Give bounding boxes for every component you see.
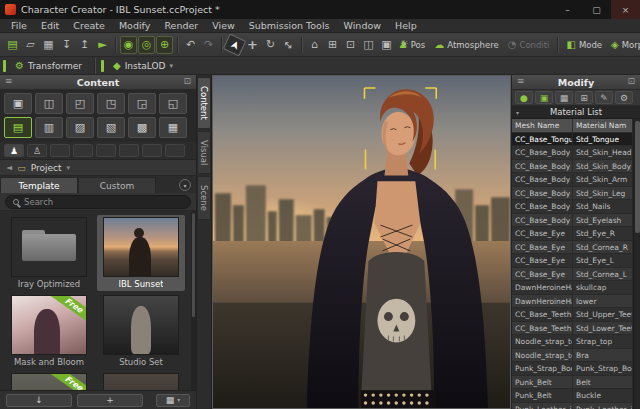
subcategory-avatar-icon[interactable]: ♟ [4, 144, 24, 157]
scale-tool-icon[interactable]: ↔ [276, 32, 301, 57]
content-scrollbar[interactable] [191, 211, 196, 390]
side-tab-visual[interactable]: Visual [197, 131, 211, 174]
menu-item-modify[interactable]: Modify [112, 20, 157, 31]
content-item-ibl-sunset[interactable]: IBL Sunset [97, 215, 185, 291]
download-button[interactable]: ↓ [6, 394, 72, 407]
subcategory-slot-1[interactable] [50, 144, 70, 157]
maximize-button[interactable]: ▢ [582, 0, 611, 19]
undo-icon[interactable]: ↶ [182, 36, 199, 54]
material-row-punk-strap-boots-punk-strap-boots[interactable]: Punk_Strap_BootsPunk_Strap_Boots [512, 362, 633, 376]
content-store-icon[interactable]: ⊕ [156, 36, 173, 54]
category-template-icon[interactable]: ▤ [4, 117, 32, 138]
preview-camera-icon[interactable]: ▣ [378, 36, 395, 54]
material-row-cc-base-body-std-skin-leg[interactable]: CC_Base_BodyStd_Skin_Leg [512, 187, 633, 201]
edit-material-icon[interactable]: ✎ [595, 91, 613, 104]
material-row-dawnheroinehair-skullcap[interactable]: DawnHeroineHairskullcap [512, 281, 633, 295]
subcategory-slot-5[interactable] [142, 144, 162, 157]
panel-menu-icon[interactable]: ≡ [517, 76, 525, 86]
dock-icon[interactable]: ⊡ [627, 76, 635, 86]
category-material-icon[interactable]: ▦ [159, 117, 187, 138]
send-to-iclone-icon[interactable]: ► [94, 36, 111, 54]
uv-grid-icon[interactable]: ⊞ [575, 91, 593, 104]
content-item-item-5[interactable]: Free [5, 371, 93, 390]
material-row-punk-belt-belt[interactable]: Punk_BeltBelt [512, 376, 633, 390]
material-row-cc-base-eye-std-cornea-r[interactable]: CC_Base_EyeStd_Cornea_R [512, 241, 633, 255]
material-row-cc-base-teeth-std-upper-teeth[interactable]: CC_Base_TeethStd_Upper_Teeth [512, 308, 633, 322]
import-icon[interactable]: ↧ [58, 36, 75, 54]
category-accessory-icon[interactable]: ▩ [128, 117, 156, 138]
save-project-icon[interactable]: ▦ [40, 36, 57, 54]
mesh-icon[interactable]: ▦ [555, 91, 573, 104]
side-tab-content[interactable]: Content [197, 77, 211, 129]
new-project-icon[interactable]: ▤ [4, 36, 21, 54]
subcategory-slot-3[interactable] [96, 144, 116, 157]
material-row-punk-leather-jacket-punk-leather-jacket[interactable]: Punk_Leather_jacketPunk_Leather_jacket [512, 403, 633, 409]
pose-button[interactable]: ♟Pos [395, 36, 429, 54]
select-tool-icon[interactable]: ➤ [223, 33, 246, 56]
redo-icon[interactable]: ↷ [200, 36, 217, 54]
material-row-cc-base-body-std-eyelash[interactable]: CC_Base_BodyStd_Eyelash [512, 214, 633, 228]
material-row-noodle-strap-top-bra[interactable]: Noodle_strap_topBra [512, 349, 633, 363]
material-row-cc-base-eye-std-cornea-l[interactable]: CC_Base_EyeStd_Cornea_L [512, 268, 633, 282]
category-scene-icon[interactable]: ◲ [128, 93, 156, 114]
view-options-button[interactable]: ▦ ▾ [156, 394, 190, 407]
menu-item-render[interactable]: Render [157, 20, 205, 31]
frame-all-icon[interactable]: ⊞ [324, 36, 341, 54]
menu-item-view[interactable]: View [205, 20, 242, 31]
minimize-button[interactable]: – [553, 0, 582, 19]
column-header-mesh-name[interactable]: Mesh Name [512, 119, 573, 133]
category-project-icon[interactable]: ▣ [4, 93, 32, 114]
open-project-icon[interactable]: ▱ [22, 36, 39, 54]
add-content-button[interactable]: + [77, 394, 143, 407]
category-hair-icon[interactable]: ▨ [66, 117, 94, 138]
frame-selected-icon[interactable]: ⊡ [342, 36, 359, 54]
material-row-cc-base-body-std-nails[interactable]: CC_Base_BodyStd_Nails [512, 200, 633, 214]
category-avatar-icon[interactable]: ◫ [35, 93, 63, 114]
breadcrumb-label[interactable]: Project [31, 163, 62, 173]
panel-menu-icon[interactable]: ≡ [5, 76, 13, 86]
material-row-cc-base-teeth-std-lower-teeth[interactable]: CC_Base_TeethStd_Lower_Teeth [512, 322, 633, 336]
material-list-header[interactable]: ▾ Material List [512, 106, 640, 119]
column-header-material-name[interactable]: Material Nam [573, 119, 633, 133]
camera-view-icon[interactable]: ◫ [360, 36, 377, 54]
search-input[interactable]: Search [5, 195, 191, 209]
condition-button[interactable]: ◔Conditi [504, 36, 554, 54]
side-tab-scene[interactable]: Scene [197, 176, 211, 220]
category-motion-icon[interactable]: ◰ [66, 93, 94, 114]
material-row-cc-base-body-std-skin-arm[interactable]: CC_Base_BodyStd_Skin_Arm [512, 173, 633, 187]
export-icon[interactable]: ↥ [76, 36, 93, 54]
scrollbar-thumb[interactable] [635, 121, 640, 233]
texture-icon[interactable]: ▣ [535, 91, 553, 104]
category-stage-icon[interactable]: ◱ [159, 93, 187, 114]
category-cloth-icon[interactable]: ▥ [35, 117, 63, 138]
material-row-cc-base-body-std-skin-head[interactable]: CC_Base_BodyStd_Skin_Head [512, 146, 633, 160]
collapse-panel-icon[interactable]: ▾ [179, 179, 191, 191]
morph-panel-button[interactable]: ◈Morp [607, 36, 640, 54]
material-settings-icon[interactable]: ⚙ [615, 91, 633, 104]
viewport-3d-scene[interactable] [212, 75, 511, 409]
category-prop-icon[interactable]: ◳ [97, 93, 125, 114]
material-row-cc-base-eye-std-eye-l[interactable]: CC_Base_EyeStd_Eye_L [512, 254, 633, 268]
instalod-button[interactable]: ◆ InstaLOD ▾ [107, 58, 179, 73]
subcategory-slot-4[interactable] [119, 144, 139, 157]
menu-item-window[interactable]: Window [337, 20, 388, 31]
material-row-noodle-strap-top-strap-top[interactable]: Noodle_strap_topStrap_top [512, 335, 633, 349]
appearance-editor-icon[interactable]: ◉ [120, 36, 137, 54]
tab-template[interactable]: Template [0, 177, 78, 193]
menu-item-submission-tools[interactable]: Submission Tools [242, 20, 337, 31]
material-row-punk-belt-buckle[interactable]: Punk_BeltBuckle [512, 389, 633, 403]
menu-item-file[interactable]: File [4, 20, 34, 31]
category-shoes-icon[interactable]: ▧ [97, 117, 125, 138]
modify-panel-button[interactable]: ◧Mode [562, 36, 606, 54]
menu-item-help[interactable]: Help [388, 20, 424, 31]
table-scrollbar[interactable] [633, 119, 640, 409]
dock-icon[interactable]: ⊡ [183, 76, 191, 86]
subcategory-character-icon[interactable]: ♙ [27, 144, 47, 157]
material-row-dawnheroinehair-lower[interactable]: DawnHeroineHairlower [512, 295, 633, 309]
close-button[interactable]: × [611, 0, 640, 19]
skin-gen-icon[interactable]: ◎ [138, 36, 155, 54]
content-item-item-6[interactable] [97, 371, 185, 390]
material-row-cc-base-tongue-std-tongue[interactable]: CC_Base_TongueStd_Tongue [512, 133, 633, 147]
material-row-cc-base-body-std-skin-body[interactable]: CC_Base_BodyStd_Skin_Body [512, 160, 633, 174]
material-ball-icon[interactable]: ● [515, 91, 533, 104]
